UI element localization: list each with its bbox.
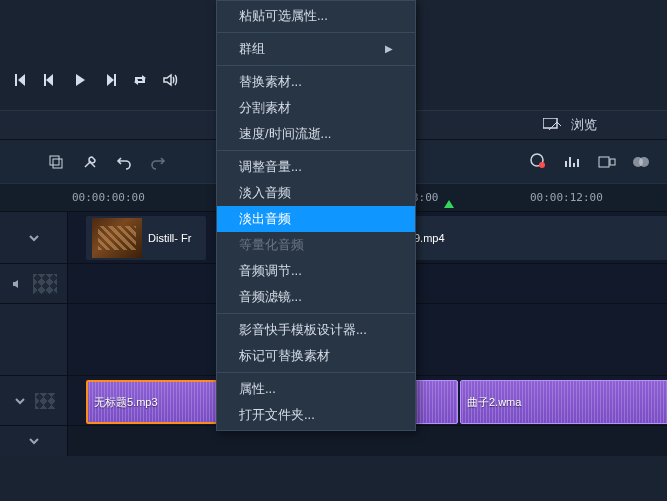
chapter-icon[interactable] xyxy=(593,148,621,176)
visibility-toggle[interactable] xyxy=(33,274,57,294)
overlay-icon[interactable] xyxy=(627,148,655,176)
menu-normalize-audio: 等量化音频 xyxy=(217,232,415,258)
svg-rect-3 xyxy=(50,156,59,165)
menu-adjust-volume[interactable]: 调整音量... xyxy=(217,154,415,180)
menu-mark-replaceable[interactable]: 标记可替换素材 xyxy=(217,343,415,369)
marker-icon[interactable] xyxy=(444,200,454,208)
menu-split-clip[interactable]: 分割素材 xyxy=(217,95,415,121)
overlay-track-head[interactable] xyxy=(0,264,68,303)
menu-open-folder[interactable]: 打开文件夹... xyxy=(217,402,415,428)
menu-template-designer[interactable]: 影音快手模板设计器... xyxy=(217,317,415,343)
goto-start-icon[interactable] xyxy=(12,72,28,88)
audio-clip-label: 曲子2.wma xyxy=(467,395,521,410)
menu-paste-attributes[interactable]: 粘贴可选属性... xyxy=(217,3,415,29)
video-thumbnail xyxy=(92,218,142,258)
svg-rect-8 xyxy=(610,159,615,165)
copy-icon[interactable] xyxy=(42,148,70,176)
menu-speed-time[interactable]: 速度/时间流逝... xyxy=(217,121,415,147)
svg-rect-4 xyxy=(53,159,62,168)
video-clip[interactable]: Distill- Fr xyxy=(86,216,206,260)
tools-icon[interactable] xyxy=(76,148,104,176)
prev-frame-icon[interactable] xyxy=(42,72,58,88)
submenu-arrow-icon: ▶ xyxy=(385,36,393,62)
undo-icon[interactable] xyxy=(110,148,138,176)
audio-clip-label: 无标题5.mp3 xyxy=(94,395,158,410)
svg-rect-7 xyxy=(599,157,609,167)
audio-track-head[interactable] xyxy=(0,376,68,425)
audio-clip[interactable]: 曲子2.wma xyxy=(460,380,667,424)
menu-audio-adjust[interactable]: 音频调节... xyxy=(217,258,415,284)
browse-label[interactable]: 浏览 xyxy=(571,116,597,134)
svg-rect-2 xyxy=(543,118,557,128)
svg-rect-0 xyxy=(44,74,46,86)
visibility-toggle[interactable] xyxy=(35,393,55,409)
svg-rect-1 xyxy=(114,74,116,86)
timecode-2: 00:00:12:00 xyxy=(530,191,603,204)
chevron-down-icon xyxy=(13,394,27,408)
video-clip-label: 9.mp4 xyxy=(414,232,445,244)
menu-fade-in-audio[interactable]: 淡入音频 xyxy=(217,180,415,206)
redo-icon[interactable] xyxy=(144,148,172,176)
speaker-icon xyxy=(11,277,25,291)
timecode-0: 00:00:00:00 xyxy=(72,191,145,204)
menu-properties[interactable]: 属性... xyxy=(217,376,415,402)
browse-icon[interactable] xyxy=(543,118,561,132)
loop-icon[interactable] xyxy=(132,72,148,88)
video-clip[interactable]: 9.mp4 xyxy=(408,216,667,260)
chevron-down-icon xyxy=(27,231,41,245)
menu-audio-filter[interactable]: 音频滤镜... xyxy=(217,284,415,310)
context-menu: 粘贴可选属性... 群组▶ 替换素材... 分割素材 速度/时间流逝... 调整… xyxy=(216,0,416,431)
svg-point-6 xyxy=(539,162,545,168)
volume-icon[interactable] xyxy=(162,72,178,88)
menu-group[interactable]: 群组▶ xyxy=(217,36,415,62)
next-frame-icon[interactable] xyxy=(102,72,118,88)
svg-point-10 xyxy=(639,157,649,167)
mixer-icon[interactable] xyxy=(559,148,587,176)
record-icon[interactable] xyxy=(525,148,553,176)
video-clip-label: Distill- Fr xyxy=(148,232,191,244)
video-track-head[interactable] xyxy=(0,212,68,263)
chevron-down-icon xyxy=(27,434,41,448)
menu-fade-out-audio[interactable]: 淡出音频 xyxy=(217,206,415,232)
play-icon[interactable] xyxy=(72,72,88,88)
menu-replace-clip[interactable]: 替换素材... xyxy=(217,69,415,95)
